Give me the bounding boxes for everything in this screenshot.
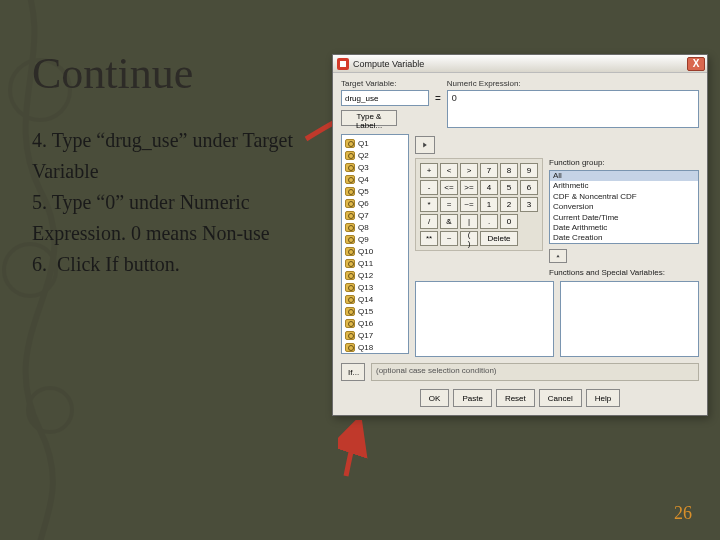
slide-title: Continue	[32, 48, 193, 99]
variable-item[interactable]: Q18	[342, 341, 408, 353]
variable-item[interactable]: Q6	[342, 197, 408, 209]
arrow-up-icon	[556, 251, 560, 261]
keypad-[interactable]: *	[420, 197, 438, 212]
variable-name: Q11	[358, 259, 373, 268]
function-group-list[interactable]: AllArithmeticCDF & Noncentral CDFConvers…	[549, 170, 699, 244]
variable-name: Q17	[358, 331, 373, 340]
variable-item[interactable]: Q7	[342, 209, 408, 221]
equals-sign: =	[435, 93, 441, 104]
keypad-5[interactable]: 5	[500, 180, 518, 195]
numeric-expression-label: Numeric Expression:	[447, 79, 699, 88]
variable-icon	[345, 343, 355, 352]
function-group-item[interactable]: Date Creation	[550, 233, 698, 243]
ok-button[interactable]: OK	[420, 389, 450, 407]
numeric-expression-input[interactable]: 0	[447, 90, 699, 128]
variable-item[interactable]: Q14	[342, 293, 408, 305]
keypad-[interactable]: /	[420, 214, 438, 229]
variable-name: Q9	[358, 235, 369, 244]
paste-button[interactable]: Paste	[453, 389, 491, 407]
variable-icon	[345, 223, 355, 232]
dialog-title: Compute Variable	[353, 59, 687, 69]
if-button[interactable]: If...	[341, 363, 365, 381]
variable-name: Q10	[358, 247, 373, 256]
cancel-button[interactable]: Cancel	[539, 389, 582, 407]
keypad-[interactable]: >=	[460, 180, 478, 195]
variable-name: Q2	[358, 151, 369, 160]
variable-item[interactable]: Q4	[342, 173, 408, 185]
variable-item[interactable]: Q5	[342, 185, 408, 197]
variable-name: Q12	[358, 271, 373, 280]
help-button[interactable]: Help	[586, 389, 620, 407]
keypad-[interactable]: =	[440, 197, 458, 212]
keypad-[interactable]: ~	[440, 231, 458, 246]
variable-name: Q8	[358, 223, 369, 232]
variable-item[interactable]: Q13	[342, 281, 408, 293]
variable-item[interactable]: Q16	[342, 317, 408, 329]
arrow-right-icon	[422, 140, 428, 150]
function-group-item[interactable]: CDF & Noncentral CDF	[550, 192, 698, 202]
target-variable-input[interactable]	[341, 90, 429, 106]
reset-button[interactable]: Reset	[496, 389, 535, 407]
keypad-4[interactable]: 4	[480, 180, 498, 195]
variable-name: Q13	[358, 283, 373, 292]
variable-icon	[345, 187, 355, 196]
variable-item[interactable]: Q10	[342, 245, 408, 257]
keypad-8[interactable]: 8	[500, 163, 518, 178]
function-group-item[interactable]: Current Date/Time	[550, 213, 698, 223]
variable-item[interactable]: Q12	[342, 269, 408, 281]
keypad-6[interactable]: 6	[520, 180, 538, 195]
keypad-[interactable]: -	[420, 180, 438, 195]
keypad-[interactable]: .	[480, 214, 498, 229]
app-icon	[337, 58, 349, 70]
keypad-[interactable]: ~=	[460, 197, 478, 212]
function-group-item[interactable]: All	[550, 171, 698, 181]
compute-variable-dialog: Compute Variable X Target Variable: Type…	[332, 54, 708, 416]
function-group-item[interactable]: Date Arithmetic	[550, 223, 698, 233]
keypad-[interactable]: <=	[440, 180, 458, 195]
function-insert-button[interactable]	[549, 249, 567, 263]
keypad-[interactable]: <	[440, 163, 458, 178]
transfer-right-button[interactable]	[415, 136, 435, 154]
close-button[interactable]: X	[687, 57, 705, 71]
variable-icon	[345, 163, 355, 172]
slide-instructions: 4. Type “drug_use” under Target Variable…	[32, 125, 322, 280]
variable-icon	[345, 259, 355, 268]
keypad-delete[interactable]: Delete	[480, 231, 518, 246]
functions-vars-list[interactable]	[560, 281, 699, 357]
target-variable-label: Target Variable:	[341, 79, 429, 88]
variable-item[interactable]: Q15	[342, 305, 408, 317]
variable-list[interactable]: Q1Q2Q3Q4Q5Q6Q7Q8Q9Q10Q11Q12Q13Q14Q15Q16Q…	[341, 134, 409, 354]
variable-item[interactable]: Q8	[342, 221, 408, 233]
type-and-label-button[interactable]: Type & Label...	[341, 110, 397, 126]
keypad-1[interactable]: 1	[480, 197, 498, 212]
variable-item[interactable]: Q17	[342, 329, 408, 341]
keypad-[interactable]: ( )	[460, 231, 478, 246]
variable-icon	[345, 247, 355, 256]
variable-item[interactable]: Q2	[342, 149, 408, 161]
variable-name: Q3	[358, 163, 369, 172]
arrow-to-if	[338, 420, 378, 480]
variable-icon	[345, 283, 355, 292]
keypad-2[interactable]: 2	[500, 197, 518, 212]
variable-item[interactable]: Q11	[342, 257, 408, 269]
keypad-[interactable]: |	[460, 214, 478, 229]
variable-item[interactable]: Q9	[342, 233, 408, 245]
variable-icon	[345, 331, 355, 340]
keypad-[interactable]: +	[420, 163, 438, 178]
function-group-item[interactable]: Conversion	[550, 202, 698, 212]
keypad-0[interactable]: 0	[500, 214, 518, 229]
variable-icon	[345, 151, 355, 160]
function-group-item[interactable]: Arithmetic	[550, 181, 698, 191]
variable-icon	[345, 211, 355, 220]
keypad-9[interactable]: 9	[520, 163, 538, 178]
variable-name: Q5	[358, 187, 369, 196]
variable-icon	[345, 307, 355, 316]
keypad-[interactable]: **	[420, 231, 438, 246]
variable-item[interactable]: Q1	[342, 137, 408, 149]
keypad-7[interactable]: 7	[480, 163, 498, 178]
svg-point-2	[28, 388, 72, 432]
keypad-[interactable]: &	[440, 214, 458, 229]
variable-item[interactable]: Q3	[342, 161, 408, 173]
keypad-3[interactable]: 3	[520, 197, 538, 212]
keypad-[interactable]: >	[460, 163, 478, 178]
